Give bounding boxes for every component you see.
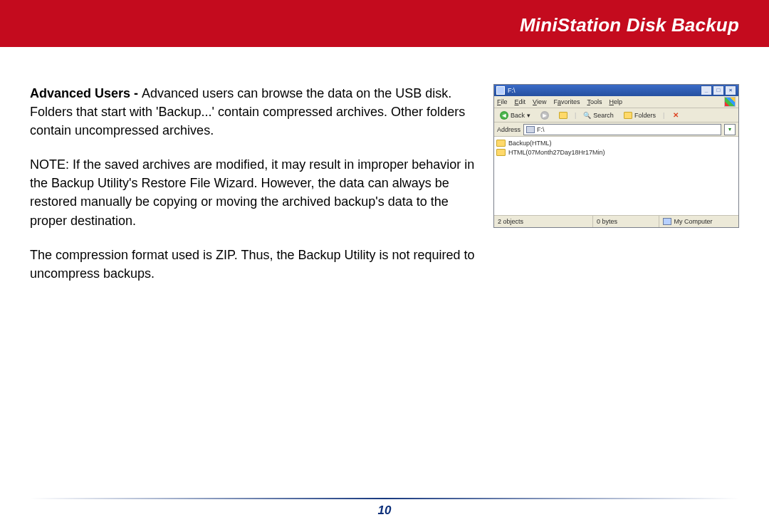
menu-help[interactable]: Help bbox=[609, 98, 622, 105]
forward-icon: ► bbox=[540, 111, 549, 120]
header-bar: MiniStation Disk Backup bbox=[0, 0, 769, 48]
file-list[interactable]: Backup(HTML) HTML(07Month27Day18Hr17Min) bbox=[494, 137, 738, 215]
windows-flag-icon bbox=[724, 97, 736, 107]
window-icon bbox=[496, 86, 505, 95]
window-title: F:\ bbox=[508, 87, 516, 94]
text-column: Advanced Users - Advanced users can brow… bbox=[30, 84, 475, 298]
address-bar: Address F:\ ▾ bbox=[494, 122, 738, 137]
page-number: 10 bbox=[30, 504, 739, 518]
menu-bar: File Edit View Favorites Tools Help bbox=[494, 96, 738, 108]
folders-icon bbox=[624, 112, 632, 119]
up-folder-icon bbox=[559, 112, 567, 119]
screenshot-figure: F:\ _ □ × File Edit View Favorites Tools… bbox=[493, 84, 739, 228]
delete-button[interactable]: ✕ bbox=[669, 110, 682, 120]
address-dropdown-button[interactable]: ▾ bbox=[724, 124, 736, 135]
page-footer: 10 bbox=[30, 498, 739, 518]
content-area: Advanced Users - Advanced users can brow… bbox=[0, 48, 769, 298]
toolbar: ◄Back ▾ ► | 🔍Search Folders | ✕ bbox=[494, 108, 738, 122]
menu-file[interactable]: File bbox=[497, 98, 508, 105]
menu-edit[interactable]: Edit bbox=[515, 98, 526, 105]
minimize-button[interactable]: _ bbox=[701, 85, 712, 95]
toolbar-separator: | bbox=[575, 112, 576, 119]
close-button[interactable]: × bbox=[725, 85, 736, 95]
drive-icon bbox=[526, 126, 535, 133]
back-dropdown-icon: ▾ bbox=[527, 112, 530, 119]
status-bytes: 0 bytes bbox=[593, 216, 659, 227]
menu-tools[interactable]: Tools bbox=[587, 98, 602, 105]
status-location-text: My Computer bbox=[674, 218, 712, 225]
toolbar-separator-2: | bbox=[663, 112, 664, 119]
search-button[interactable]: 🔍Search bbox=[580, 110, 617, 120]
back-label: Back bbox=[511, 112, 525, 119]
paragraph-compression: The compression format used is ZIP. Thus… bbox=[30, 246, 475, 283]
computer-icon bbox=[663, 218, 671, 225]
list-item[interactable]: Backup(HTML) bbox=[496, 138, 736, 147]
menu-view[interactable]: View bbox=[533, 98, 546, 105]
list-item[interactable]: HTML(07Month27Day18Hr17Min) bbox=[496, 147, 736, 157]
status-location: My Computer bbox=[659, 216, 738, 227]
file-name: HTML(07Month27Day18Hr17Min) bbox=[508, 149, 605, 156]
lead-label: Advanced Users - bbox=[30, 86, 142, 100]
up-button[interactable] bbox=[556, 110, 570, 120]
header-title: MiniStation Disk Backup bbox=[520, 14, 739, 36]
address-input[interactable]: F:\ bbox=[523, 124, 721, 135]
status-bar: 2 objects 0 bytes My Computer bbox=[494, 215, 738, 227]
window-titlebar: F:\ _ □ × bbox=[494, 85, 738, 96]
back-icon: ◄ bbox=[500, 111, 508, 120]
address-value: F:\ bbox=[537, 126, 545, 133]
paragraph-note: NOTE: If the saved archives are modified… bbox=[30, 155, 475, 229]
file-name: Backup(HTML) bbox=[508, 140, 552, 147]
forward-button[interactable]: ► bbox=[538, 110, 552, 121]
delete-icon: ✕ bbox=[671, 111, 679, 119]
header-divider bbox=[0, 47, 769, 48]
address-label: Address bbox=[497, 126, 520, 133]
explorer-window: F:\ _ □ × File Edit View Favorites Tools… bbox=[493, 84, 739, 228]
footer-divider bbox=[30, 498, 739, 499]
folder-icon bbox=[496, 140, 506, 147]
maximize-button[interactable]: □ bbox=[713, 85, 724, 95]
folder-icon bbox=[496, 149, 506, 156]
search-icon: 🔍 bbox=[583, 112, 591, 119]
search-label: Search bbox=[593, 112, 614, 119]
status-objects: 2 objects bbox=[494, 216, 593, 227]
folders-label: Folders bbox=[634, 112, 656, 119]
folders-button[interactable]: Folders bbox=[621, 110, 659, 120]
back-button[interactable]: ◄Back ▾ bbox=[497, 110, 533, 121]
menu-favorites[interactable]: Favorites bbox=[553, 98, 580, 105]
paragraph-advanced: Advanced Users - Advanced users can brow… bbox=[30, 84, 475, 140]
